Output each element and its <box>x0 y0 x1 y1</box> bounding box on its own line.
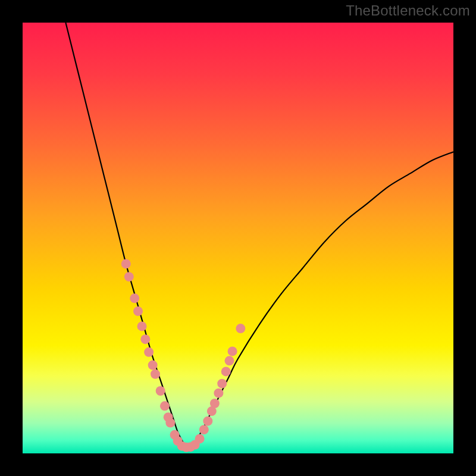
highlight-point <box>165 418 175 428</box>
chart-svg <box>23 23 453 453</box>
highlight-point <box>151 369 160 379</box>
highlight-point <box>156 386 165 396</box>
highlight-point <box>121 259 131 268</box>
highlight-point <box>203 416 212 426</box>
highlight-point <box>225 356 234 365</box>
highlight-point <box>210 399 220 408</box>
highlight-point <box>133 306 143 316</box>
highlight-point <box>214 389 223 398</box>
highlight-point <box>160 401 170 411</box>
highlight-point <box>195 434 205 443</box>
highlight-point <box>228 346 237 356</box>
highlight-point <box>148 361 158 370</box>
chart-frame: TheBottleneck.com <box>0 0 476 476</box>
watermark-text: TheBottleneck.com <box>346 2 470 19</box>
plot-area <box>23 23 453 453</box>
highlight-point <box>221 367 231 376</box>
highlight-point <box>236 324 245 333</box>
highlight-point <box>140 334 150 344</box>
highlight-point <box>124 272 134 281</box>
gradient-background <box>23 23 453 453</box>
highlight-point <box>199 425 209 434</box>
highlight-point <box>130 293 139 303</box>
highlight-point <box>217 379 227 389</box>
highlight-point <box>137 321 147 331</box>
highlight-point <box>144 347 154 357</box>
